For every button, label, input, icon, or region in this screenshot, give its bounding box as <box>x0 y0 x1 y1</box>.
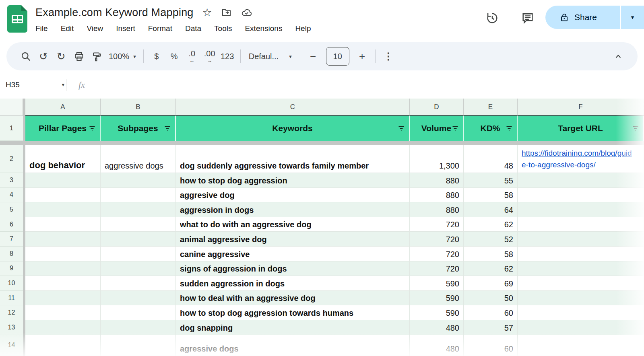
increase-decimal-button[interactable]: .00 → <box>201 47 219 65</box>
cell-target-url[interactable] <box>518 247 644 261</box>
cell-subpage[interactable] <box>101 305 176 320</box>
cell-target-url[interactable] <box>518 291 644 306</box>
cell-target-url[interactable] <box>518 232 644 247</box>
cell-kd[interactable]: 62 <box>464 261 518 276</box>
row-number[interactable]: 12 <box>0 305 23 320</box>
cell-keyword[interactable]: aggresive dog <box>176 188 410 203</box>
cell-keyword[interactable]: dog suddenly aggressive towards family m… <box>176 145 410 173</box>
cell-volume[interactable]: 480 <box>410 335 464 356</box>
cell-target-url[interactable] <box>518 217 644 232</box>
decrease-font-size-button[interactable]: − <box>304 47 322 65</box>
cell-keyword[interactable]: aggression in dogs <box>176 202 410 217</box>
decrease-decimal-button[interactable]: .0 ← <box>183 47 201 65</box>
cell-keyword[interactable]: dog snapping <box>176 320 410 335</box>
column-header-e[interactable]: E <box>464 99 518 116</box>
move-to-folder-icon[interactable] <box>221 7 232 18</box>
name-box[interactable]: H35 ▾ <box>0 80 64 89</box>
cell-subpage[interactable] <box>101 335 176 356</box>
sheets-logo[interactable] <box>7 5 27 33</box>
cell-kd[interactable]: 69 <box>464 276 518 291</box>
row-number[interactable]: 4 <box>0 188 23 203</box>
increase-font-size-button[interactable]: + <box>353 47 371 65</box>
cell-target-url[interactable] <box>518 173 644 188</box>
row-number[interactable]: 9 <box>0 261 23 276</box>
cell-volume[interactable]: 1,300 <box>410 145 464 173</box>
row-number[interactable]: 14 <box>0 335 23 356</box>
more-options-icon[interactable]: ⋮ <box>380 47 397 65</box>
cell-subpage[interactable] <box>101 247 176 261</box>
cell-pillar-page[interactable] <box>25 320 101 335</box>
cell-subpage[interactable]: aggressive dogs <box>101 145 176 173</box>
cell-keyword[interactable]: how to stop dog aggression <box>176 173 410 188</box>
cell-kd[interactable]: 64 <box>464 202 518 217</box>
cell-subpage[interactable] <box>101 173 176 188</box>
cell-keyword[interactable]: canine aggressive <box>176 247 410 261</box>
cell-target-url[interactable] <box>518 261 644 276</box>
cell-kd[interactable]: 55 <box>464 173 518 188</box>
column-header-a[interactable]: A <box>25 99 101 116</box>
cell-volume[interactable]: 720 <box>410 247 464 261</box>
cell-volume[interactable]: 880 <box>410 173 464 188</box>
select-all-corner[interactable] <box>0 99 23 116</box>
cell-target-url[interactable] <box>518 276 644 291</box>
cell-target-url[interactable]: https://fidotraining.com/blog/guide-to-a… <box>518 145 644 173</box>
cell-kd[interactable]: 60 <box>464 335 518 356</box>
cell-keyword[interactable]: sudden aggression in dogs <box>176 276 410 291</box>
cell-kd[interactable]: 48 <box>464 145 518 173</box>
menu-view[interactable]: View <box>87 24 103 33</box>
cell-pillar-page[interactable] <box>25 202 101 217</box>
menu-insert[interactable]: Insert <box>116 24 135 33</box>
cell-volume[interactable]: 590 <box>410 305 464 320</box>
column-header-b[interactable]: B <box>101 99 176 116</box>
cell-kd[interactable]: 60 <box>464 305 518 320</box>
header-cell-pillar-pages[interactable]: Pillar Pages <box>25 116 101 141</box>
header-cell-keywords[interactable]: Keywords <box>176 116 410 141</box>
column-header-d[interactable]: D <box>410 99 464 116</box>
cell-pillar-page[interactable] <box>25 291 101 306</box>
cell-subpage[interactable] <box>101 188 176 203</box>
cell-subpage[interactable] <box>101 291 176 306</box>
cell-volume[interactable]: 590 <box>410 291 464 306</box>
row-number[interactable]: 13 <box>0 320 23 335</box>
cell-volume[interactable]: 720 <box>410 261 464 276</box>
cell-volume[interactable]: 720 <box>410 232 464 247</box>
cell-kd[interactable]: 57 <box>464 320 518 335</box>
filter-icon[interactable] <box>163 124 171 132</box>
target-url-link[interactable]: https://fidotraining.com/blog/guide-to-a… <box>522 148 634 171</box>
cell-subpage[interactable] <box>101 320 176 335</box>
cell-keyword[interactable]: how to stop dog aggression towards human… <box>176 305 410 320</box>
hide-menus-chevron-icon[interactable] <box>609 47 627 65</box>
cell-kd[interactable]: 58 <box>464 188 518 203</box>
cell-target-url[interactable] <box>518 202 644 217</box>
document-title[interactable]: Example.com Keyword Mapping <box>35 6 194 19</box>
more-formats-button[interactable]: 123 <box>219 47 236 65</box>
cell-pillar-page[interactable] <box>25 173 101 188</box>
menu-extensions[interactable]: Extensions <box>245 24 282 33</box>
menu-data[interactable]: Data <box>185 24 201 33</box>
star-icon[interactable]: ☆ <box>202 7 212 18</box>
cell-volume[interactable]: 880 <box>410 188 464 203</box>
cell-subpage[interactable] <box>101 232 176 247</box>
cell-pillar-page[interactable] <box>25 305 101 320</box>
font-size-input[interactable]: 10 <box>326 47 349 66</box>
header-cell-volume[interactable]: Volume <box>410 116 464 141</box>
cell-pillar-page[interactable] <box>25 261 101 276</box>
print-icon[interactable] <box>70 47 88 65</box>
menu-help[interactable]: Help <box>295 24 311 33</box>
cell-volume[interactable]: 480 <box>410 320 464 335</box>
share-button[interactable]: Share ▾ <box>545 6 644 29</box>
share-dropdown-caret[interactable]: ▾ <box>621 14 644 21</box>
cell-pillar-page[interactable] <box>25 232 101 247</box>
row-number[interactable]: 5 <box>0 202 23 217</box>
cell-target-url[interactable] <box>518 188 644 203</box>
cell-keyword[interactable]: agressive dogs <box>176 335 410 356</box>
menu-file[interactable]: File <box>35 24 48 33</box>
filter-icon[interactable] <box>397 124 405 132</box>
font-select[interactable]: Defaul... ▾ <box>245 47 296 65</box>
cell-target-url[interactable] <box>518 305 644 320</box>
cell-keyword[interactable]: how to deal with an aggressive dog <box>176 291 410 306</box>
row-number[interactable]: 7 <box>0 232 23 247</box>
row-number[interactable]: 3 <box>0 173 23 188</box>
row-number[interactable]: 6 <box>0 217 23 232</box>
version-history-icon[interactable] <box>485 11 499 25</box>
